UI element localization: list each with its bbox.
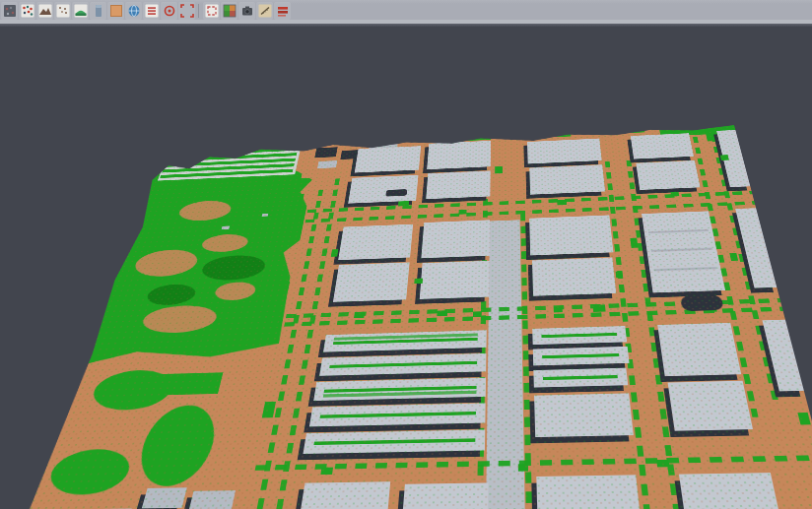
toolbar-separator [195,2,202,20]
red-rows-icon[interactable] [143,2,160,20]
point-cloud-scene[interactable] [22,125,812,509]
target-icon[interactable] [161,2,177,20]
classified-map-icon[interactable] [221,2,237,20]
measure-icon[interactable] [256,2,273,20]
sparse-points-icon[interactable] [54,2,71,20]
application-window [0,0,812,509]
region-icon[interactable] [178,2,195,20]
hill-icon[interactable] [72,2,89,20]
3d-viewport[interactable] [0,27,812,509]
points-icon[interactable] [19,2,35,20]
ortho-icon[interactable] [107,2,124,20]
toolbar [0,0,812,27]
globe-icon[interactable] [125,2,142,20]
speckle-overlay [22,125,812,509]
model-icon[interactable] [1,2,18,20]
mountain-icon[interactable] [36,2,53,20]
crop-icon[interactable] [203,2,220,20]
camera-icon[interactable] [238,2,255,20]
classified-point-cloud-map [22,125,812,509]
red-layers-icon[interactable] [274,2,291,20]
column-icon[interactable] [90,2,106,20]
